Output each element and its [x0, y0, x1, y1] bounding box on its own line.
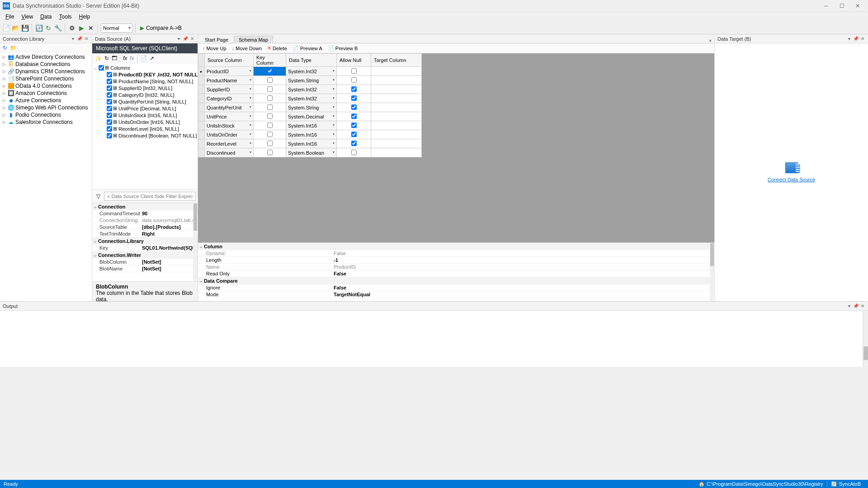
library-item-azure[interactable]: ▷◆Azure Connections	[2, 97, 90, 104]
pin-icon[interactable]: 📌	[853, 303, 859, 308]
filter-input[interactable]	[104, 192, 196, 201]
prop-row[interactable]: DynamicFalse	[198, 250, 714, 257]
column-item[interactable]: ⊞ Discontinued [Boolean, NOT NULL]	[94, 132, 196, 139]
source-column-cell[interactable]: ProductName	[205, 76, 254, 85]
close-icon[interactable]: ✕	[84, 36, 89, 41]
allow-null-cell[interactable]	[337, 67, 371, 76]
pin-icon[interactable]: 📌	[183, 36, 188, 41]
source-column-cell[interactable]: SupplierID	[205, 85, 254, 94]
column-item[interactable]: ⊞ UnitsInStock [Int16, NULL]	[94, 112, 196, 118]
source-column-cell[interactable]: UnitsInStock	[205, 121, 254, 130]
columns-root[interactable]: ⌵⊞ Columns	[94, 64, 196, 71]
scrollbar[interactable]	[710, 243, 714, 301]
row-header[interactable]	[198, 139, 205, 148]
key-column-cell[interactable]	[254, 103, 286, 112]
close-icon[interactable]: ✕	[860, 303, 865, 308]
source-column-cell[interactable]: ReorderLevel	[205, 139, 254, 148]
key-column-cell[interactable]	[254, 130, 286, 139]
key-column-cell[interactable]	[254, 139, 286, 148]
target-column-cell[interactable]	[371, 148, 422, 157]
column-item[interactable]: ⊞ ProductID [KEY ,Int32, NOT NULL]	[94, 71, 196, 78]
table-row[interactable]: UnitPriceSystem.Decimal	[198, 112, 422, 121]
close-icon[interactable]: ✕	[189, 36, 195, 41]
data-type-cell[interactable]: System.String	[286, 103, 337, 112]
row-header[interactable]	[198, 148, 205, 157]
table-row[interactable]: UnitsInStockSystem.Int16	[198, 121, 422, 130]
library-item-podio[interactable]: ▷▮Podio Connections	[2, 111, 90, 118]
data-type-cell[interactable]: System.Int32	[286, 85, 337, 94]
preview-a-button[interactable]: 📄Preview A	[291, 45, 324, 52]
tabs-dropdown-icon[interactable]: ▾	[709, 38, 712, 43]
library-item-amazon[interactable]: ▷🔲Amazon Connections	[2, 90, 90, 97]
col-header-source[interactable]: Source Column	[205, 54, 254, 67]
target-column-cell[interactable]	[371, 67, 422, 76]
source-column-cell[interactable]: CategoryID	[205, 94, 254, 103]
scrollbar[interactable]	[193, 203, 198, 281]
row-header[interactable]	[198, 76, 205, 85]
library-item-ad[interactable]: ▷👥Active Directory Connections	[2, 53, 90, 61]
filter-icon[interactable]: ▽	[94, 192, 102, 201]
row-header[interactable]	[198, 94, 205, 103]
close-icon[interactable]: ✕	[860, 36, 865, 41]
table-row[interactable]: CategoryIDSystem.Int32	[198, 94, 422, 103]
target-column-cell[interactable]	[371, 85, 422, 94]
target-column-cell[interactable]	[371, 121, 422, 130]
key-column-cell[interactable]	[254, 85, 286, 94]
column-item[interactable]: ⊞ ReorderLevel [Int16, NULL]	[94, 125, 196, 132]
allow-null-cell[interactable]	[337, 121, 371, 130]
row-header[interactable]: ▸	[198, 67, 205, 76]
prop-category-column[interactable]: Column	[198, 243, 714, 250]
library-item-simego[interactable]: ▷🌐Simego Web API Connections	[2, 104, 90, 111]
allow-null-cell[interactable]	[337, 130, 371, 139]
prop-row[interactable]: KeySQL01.Northwind(SQL	[92, 245, 198, 251]
prop-row[interactable]: TextTrimModeRight	[92, 231, 198, 237]
column-item[interactable]: ⊞ QuantityPerUnit [String, NULL]	[94, 98, 196, 105]
dropdown-icon[interactable]: ▾	[846, 36, 852, 41]
table-row[interactable]: DiscontinuedSystem.Boolean	[198, 148, 422, 157]
prop-category-connection[interactable]: Connection	[92, 203, 198, 210]
column-item[interactable]: ⊞ CategoryID [Int32, NULL]	[94, 91, 196, 98]
table-row[interactable]: QuantityPerUnitSystem.String	[198, 103, 422, 112]
dropdown-icon[interactable]: ▾	[70, 36, 75, 41]
menu-file[interactable]: File	[2, 12, 18, 21]
allow-null-cell[interactable]	[337, 103, 371, 112]
allow-null-cell[interactable]	[337, 139, 371, 148]
prop-row[interactable]: Length-1	[198, 257, 714, 264]
col-header-dtype[interactable]: Data Type	[286, 54, 337, 67]
column-item[interactable]: ⊞ UnitPrice [Decimal, NULL]	[94, 105, 196, 112]
target-column-cell[interactable]	[371, 76, 422, 85]
data-type-cell[interactable]: System.Int32	[286, 67, 337, 76]
column-item[interactable]: ⊞ UnitsOnOrder [Int16, NULL]	[94, 118, 196, 125]
delete-button[interactable]: ✕Delete	[265, 45, 289, 52]
prop-row[interactable]: IgnoreFalse	[198, 284, 714, 291]
table-row[interactable]: ▸ProductIDSystem.Int32	[198, 67, 422, 76]
menu-view[interactable]: View	[18, 12, 37, 21]
data-type-cell[interactable]: System.Decimal	[286, 112, 337, 121]
key-column-cell[interactable]	[254, 148, 286, 157]
gear-icon[interactable]: ⚙	[68, 24, 76, 32]
menu-help[interactable]: Help	[75, 12, 94, 21]
data-type-cell[interactable]: System.Int16	[286, 121, 337, 130]
data-type-cell[interactable]: System.String	[286, 76, 337, 85]
tab-start-page[interactable]: Start Page	[200, 36, 233, 43]
menu-tools[interactable]: Tools	[56, 12, 75, 21]
table-row[interactable]: ProductNameSystem.String	[198, 76, 422, 85]
doc-icon[interactable]: 📄	[140, 55, 147, 62]
fx2-icon[interactable]: fx	[130, 55, 134, 62]
prop-row[interactable]: Read OnlyFalse	[198, 270, 714, 277]
key-column-cell[interactable]	[254, 67, 286, 76]
allow-null-cell[interactable]	[337, 85, 371, 94]
reload-icon[interactable]: ↻	[44, 24, 52, 32]
target-column-cell[interactable]	[371, 139, 422, 148]
preview-b-button[interactable]: 📄Preview B	[326, 45, 360, 52]
stop-icon[interactable]: ✕	[87, 24, 95, 32]
column-item[interactable]: ⊞ SupplierID [Int32, NULL]	[94, 85, 196, 91]
menu-data[interactable]: Data	[37, 12, 55, 21]
library-item-salesforce[interactable]: ▷☁Salesforce Connections	[2, 118, 90, 126]
source-column-cell[interactable]: UnitPrice	[205, 112, 254, 121]
target-column-cell[interactable]	[371, 94, 422, 103]
library-item-odata[interactable]: ▷🟧OData 4.0 Connections	[2, 82, 90, 90]
data-type-cell[interactable]: System.Int16	[286, 139, 337, 148]
prop-category-connlib[interactable]: Connection.Library	[92, 237, 198, 245]
key-column-cell[interactable]	[254, 121, 286, 130]
